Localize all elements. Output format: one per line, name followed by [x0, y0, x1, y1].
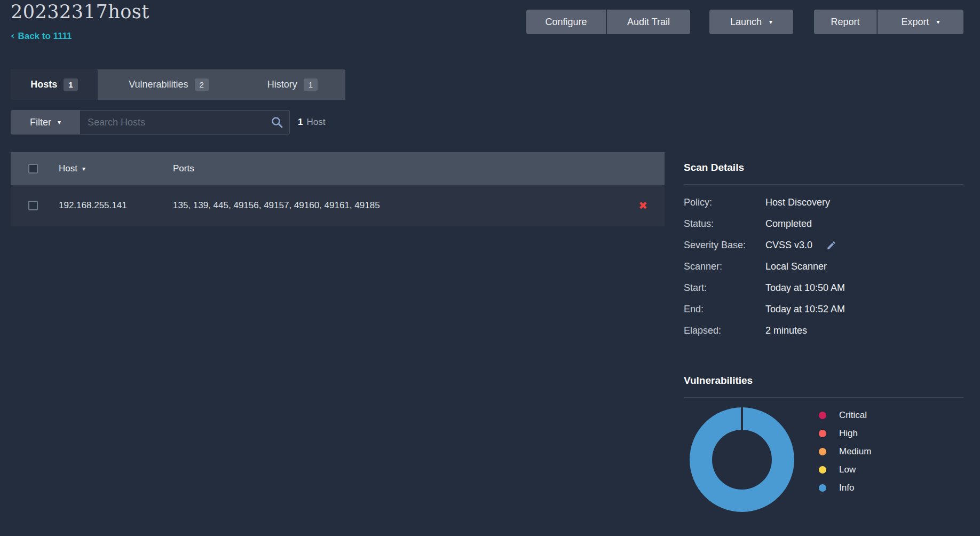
configure-button[interactable]: Configure: [526, 10, 606, 34]
page-title: 20232317host: [11, 1, 149, 22]
vulnerabilities-heading: Vulnerabilities: [684, 375, 753, 387]
filter-dropdown-button[interactable]: Filter ▾: [11, 110, 80, 135]
back-link-label: Back to 1111: [18, 31, 72, 41]
info-dot-icon: [819, 484, 826, 492]
tab-vulnerabilities[interactable]: Vulnerabilities 2: [98, 69, 240, 100]
detail-row-scanner: Scanner: Local Scanner: [684, 256, 963, 277]
medium-dot-icon: [819, 448, 826, 455]
launch-caret-icon: ▾: [769, 18, 772, 26]
tab-vulnerabilities-count-badge: 2: [195, 78, 209, 91]
legend-item-high[interactable]: High: [819, 424, 871, 443]
hosts-table-header: Host ▾ Ports: [11, 152, 665, 185]
back-link[interactable]: ‹Back to 1111: [11, 30, 72, 42]
result-count-number: 1: [298, 117, 303, 128]
search-input[interactable]: [80, 110, 290, 135]
tab-vulnerabilities-label: Vulnerabilities: [129, 79, 188, 90]
scan-details-divider: [684, 184, 963, 185]
tab-history[interactable]: History 1: [240, 69, 345, 100]
donut-hole: [712, 430, 772, 490]
vulnerabilities-divider: [684, 397, 963, 398]
ports-column-header[interactable]: Ports: [173, 163, 665, 174]
scan-details-list: Policy: Host Discovery Status: Completed…: [684, 192, 963, 341]
filter-label: Filter: [30, 117, 51, 128]
result-count: 1 Host: [298, 110, 325, 135]
host-ip-cell: 192.168.255.141: [38, 200, 173, 211]
search-icon[interactable]: [271, 116, 283, 131]
delete-host-icon[interactable]: ✖: [638, 185, 647, 226]
row-checkbox[interactable]: [28, 201, 38, 210]
ports-cell: 135, 139, 445, 49156, 49157, 49160, 4916…: [173, 200, 665, 211]
detail-row-elapsed: Elapsed: 2 minutes: [684, 320, 963, 341]
sort-descending-icon: ▾: [82, 165, 85, 172]
report-button[interactable]: Report: [814, 10, 877, 34]
detail-row-severity-base: Severity Base: CVSS v3.0: [684, 234, 963, 256]
tab-hosts-count-badge: 1: [64, 78, 77, 91]
back-chevron-icon: ‹: [11, 30, 14, 41]
vulnerabilities-legend: Critical High Medium Low Info: [819, 406, 871, 497]
launch-button[interactable]: Launch▾: [709, 10, 793, 34]
result-count-label: Host: [306, 117, 325, 128]
select-all-checkbox[interactable]: [28, 164, 38, 174]
legend-item-critical[interactable]: Critical: [819, 406, 871, 424]
tab-hosts-label: Hosts: [30, 79, 57, 90]
tab-hosts[interactable]: Hosts 1: [11, 69, 98, 100]
detail-row-status: Status: Completed: [684, 213, 963, 234]
host-table-row[interactable]: 192.168.255.141 135, 139, 445, 49156, 49…: [11, 185, 665, 226]
edit-severity-pencil-icon[interactable]: [826, 240, 836, 250]
tab-history-count-badge: 1: [304, 78, 318, 91]
high-dot-icon: [819, 430, 826, 437]
tab-bar: Hosts 1 Vulnerabilities 2 History 1: [11, 69, 345, 100]
low-dot-icon: [819, 466, 826, 474]
donut-slice-separator: [741, 407, 743, 431]
export-caret-icon: ▾: [937, 18, 940, 26]
vulnerabilities-donut[interactable]: [690, 407, 794, 512]
legend-item-low[interactable]: Low: [819, 461, 871, 479]
filter-bar: Filter ▾: [11, 110, 290, 135]
scan-details-heading: Scan Details: [684, 162, 744, 174]
audit-trail-button[interactable]: Audit Trail: [607, 10, 690, 34]
detail-row-end: End: Today at 10:52 AM: [684, 298, 963, 320]
tab-history-label: History: [267, 79, 297, 90]
export-button[interactable]: Export▾: [878, 10, 963, 34]
legend-item-medium[interactable]: Medium: [819, 443, 871, 461]
filter-caret-icon: ▾: [58, 119, 61, 126]
search-box: [80, 110, 290, 135]
host-column-header[interactable]: Host ▾: [38, 163, 173, 174]
detail-row-start: Start: Today at 10:50 AM: [684, 277, 963, 298]
detail-row-policy: Policy: Host Discovery: [684, 192, 963, 213]
legend-item-info[interactable]: Info: [819, 479, 871, 497]
critical-dot-icon: [819, 412, 826, 419]
